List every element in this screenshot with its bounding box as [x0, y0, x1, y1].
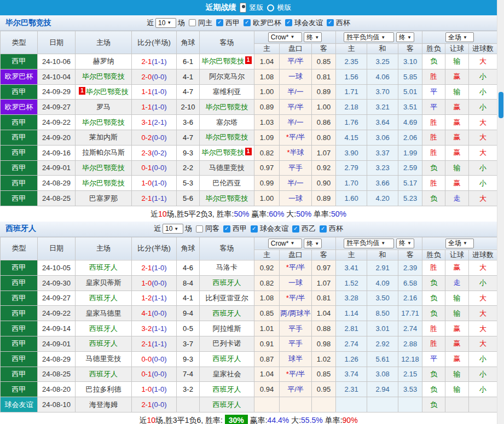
- sub-column-header: 客: [398, 44, 422, 54]
- match-count-select[interactable]: 10▼: [155, 18, 176, 28]
- red-card-badge: 1: [79, 87, 85, 95]
- avg-draw-cell: 4.20: [367, 191, 398, 206]
- competition-cell: 西甲: [1, 84, 38, 100]
- score-cell: 1-0(0-0): [132, 275, 177, 291]
- away-odds-cell: 0.89: [312, 191, 336, 206]
- avg-draw-cell: 4.06: [367, 69, 398, 84]
- handicap-value: 半/一: [287, 118, 304, 126]
- date-cell: 24-09-01: [38, 160, 76, 176]
- score-cell: 0-2(0-0): [132, 130, 177, 145]
- league-checkbox[interactable]: [223, 225, 230, 233]
- match-row: 西甲24-09-01西班牙人2-1(1-1)3-7巴列卡诺0.91平手0.982…: [1, 336, 497, 351]
- away-team-name: 阿尔克马尔: [209, 72, 245, 80]
- league-checkbox[interactable]: [320, 225, 327, 233]
- avg-away-cell: 3.51: [398, 100, 422, 115]
- handicap-value: 平/半: [287, 57, 304, 65]
- handicap-value: 一球: [288, 194, 303, 202]
- horizontal-layout-radio[interactable]: [267, 4, 274, 11]
- away-team-name: 巴伦西亚: [213, 179, 241, 187]
- away-odds-cell: 0.92: [312, 160, 336, 176]
- match-count-select[interactable]: 10▼: [163, 224, 183, 234]
- bookmaker-select[interactable]: Crow*▼: [268, 32, 302, 42]
- corner-cell: 6-1: [177, 54, 200, 69]
- away-odds-cell: 1.07: [312, 145, 336, 160]
- league-checkbox[interactable]: [327, 19, 334, 26]
- sub-column-header: 让球: [445, 249, 469, 260]
- avg-odds-select[interactable]: 胜平负均值▼: [344, 32, 394, 42]
- fulltime-score: 1-1: [141, 103, 152, 111]
- scrollbar-track[interactable]: [497, 0, 504, 424]
- halftime-score: (2-1): [152, 118, 166, 126]
- halftime-score: (0-0): [152, 370, 166, 378]
- vertical-layout-radio[interactable]: [240, 3, 246, 13]
- away-team-cell: 西班牙人: [200, 397, 254, 413]
- halftime-score: (1-1): [152, 324, 166, 333]
- scrollbar-thumb[interactable]: [499, 92, 503, 118]
- away-team-name: 比利亚雷亚尔: [206, 294, 248, 302]
- league-checkbox[interactable]: [292, 225, 299, 233]
- handicap-cell: 平/半: [280, 54, 312, 69]
- home-team-cell: 巴塞罗那: [76, 191, 132, 206]
- period-select[interactable]: 全场▼: [445, 32, 474, 42]
- goals-result-cell: 大: [469, 145, 497, 160]
- handicap-result-cell: 赢: [445, 100, 469, 115]
- same-venue-checkbox[interactable]: [189, 19, 196, 26]
- section-bar: 西班牙人近10▼场同客西甲球会友谊西乙西杯: [0, 222, 497, 237]
- away-odds-cell: 0.88: [312, 321, 336, 336]
- date-cell: 24-09-01: [38, 336, 76, 351]
- avg-time-select[interactable]: 终▼: [396, 239, 414, 248]
- goals-result-cell: 大: [469, 321, 497, 336]
- avg-odds-select[interactable]: 胜平负均值▼: [344, 239, 394, 248]
- score-cell: 2-1(0-0): [132, 397, 177, 413]
- avg-draw-cell: 3.08: [367, 367, 398, 382]
- handicap-value: 平/半: [289, 133, 305, 141]
- bookmaker-select[interactable]: Crow*▼: [268, 239, 302, 248]
- halftime-score: (0-2): [152, 149, 166, 157]
- away-odds-cell: 0.85: [312, 54, 336, 69]
- avg-time-select[interactable]: 终▼: [396, 32, 414, 42]
- result-cell: 负: [422, 397, 445, 413]
- score-cell: 3-2(1-1): [132, 321, 177, 336]
- league-checkbox[interactable]: [216, 19, 223, 26]
- home-team-name: 毕尔巴鄂竞技: [86, 88, 129, 96]
- away-team-name: 塞维利亚: [213, 88, 241, 96]
- away-team-cell: 塞维利亚: [200, 84, 254, 100]
- summary-segment: 10: [158, 210, 167, 218]
- away-odds-cell: 0.97: [312, 260, 336, 275]
- league-checkbox[interactable]: [251, 225, 258, 233]
- home-odds-cell: 1.00: [254, 191, 280, 206]
- score-cell: 1-1(1-0): [132, 84, 177, 100]
- date-cell: 24-09-29: [38, 84, 76, 100]
- home-odds-cell: 1.01: [254, 321, 280, 336]
- summary-segment: 44.4%: [268, 416, 289, 424]
- home-team-cell: 西班牙人: [76, 260, 132, 275]
- league-checkbox[interactable]: [244, 19, 251, 26]
- handicap-value: 平/半: [289, 370, 305, 378]
- period-select[interactable]: 全场▼: [445, 239, 474, 248]
- avg-away-cell: 3.53: [398, 382, 422, 397]
- chevron-down-icon: ▼: [315, 35, 319, 40]
- avg-away-cell: 5.01: [398, 84, 422, 100]
- score-cell: 1-2(1-1): [132, 291, 177, 306]
- home-team-name: 莱加内斯: [89, 133, 118, 141]
- home-odds-cell: 0.82: [254, 145, 280, 160]
- home-team-name: 毕尔巴鄂竞技: [82, 118, 125, 126]
- competition-cell: 西甲: [1, 130, 38, 145]
- odds-time-select[interactable]: 终▼: [304, 239, 322, 248]
- horizontal-layout-label[interactable]: 横版: [277, 3, 292, 13]
- avg-home-cell: 3.41: [336, 260, 367, 275]
- summary-segment: 50%: [296, 210, 311, 218]
- same-venue-checkbox[interactable]: [196, 225, 203, 233]
- avg-home-cell: 1.76: [336, 115, 367, 130]
- handicap-cell: [280, 397, 312, 413]
- away-team-name: 毕尔巴鄂竞技: [206, 133, 248, 141]
- vertical-layout-label[interactable]: 竖版: [250, 3, 264, 13]
- home-odds-cell: 0.89: [254, 100, 280, 115]
- column-header: 客场: [200, 31, 254, 54]
- league-checkbox[interactable]: [285, 19, 292, 26]
- odds-time-select[interactable]: 终▼: [304, 32, 322, 42]
- handicap-result-cell: [445, 397, 469, 413]
- score-cell: 0-1(0-0): [132, 160, 177, 176]
- handicap-value: 一球: [288, 278, 303, 287]
- fulltime-score: 3-2: [141, 324, 152, 333]
